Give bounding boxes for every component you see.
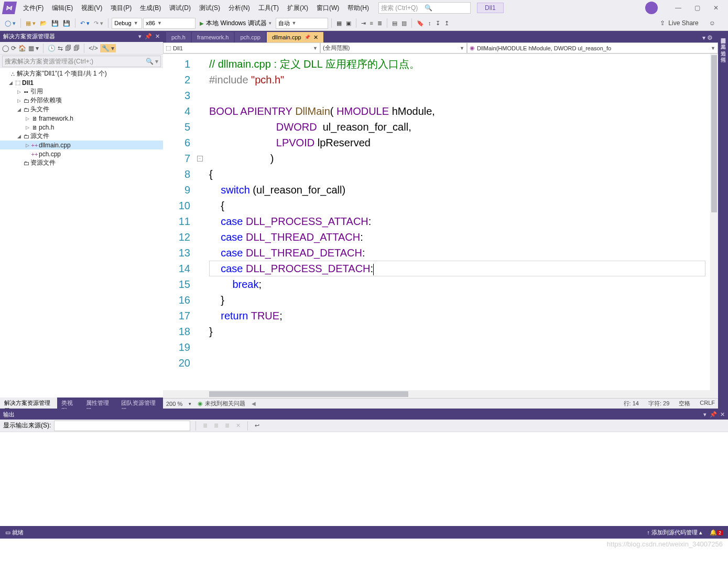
solution-search[interactable]: 搜索解决方案资源管理器(Ctrl+;) 🔍 ▾ [2,56,161,67]
close-button[interactable]: ✕ [707,2,725,14]
platform-select[interactable]: x86▼ [143,18,195,29]
tool-icon-2[interactable]: ▣ [344,19,353,28]
tree-headers[interactable]: ◢🗀头文件 [0,105,163,114]
tab-dllmain-cpp[interactable]: dllmain.cpp📌✕ [267,32,323,42]
code-icon[interactable]: </> [89,45,97,52]
menu-item[interactable]: 测试(S) [195,2,224,15]
tree-root[interactable]: ⛬解决方案"Dll1"(1 个项目/共 1 个) [0,69,163,78]
right-tab[interactable]: 服务器资源管理器 [719,31,728,37]
right-tab[interactable]: 工具箱 [719,37,728,44]
save-all-icon[interactable]: 💾 [61,19,72,28]
liveshare-label[interactable]: Live Share [668,19,698,27]
tool-icon-10[interactable]: ↧ [434,19,442,28]
menu-item[interactable]: 工具(T) [254,2,283,15]
maximize-button[interactable]: ▢ [688,2,706,14]
pin-icon[interactable]: 📌 [710,411,717,418]
tree-h2[interactable]: ▷🗎pch.h [0,123,163,132]
tool-icon-3[interactable]: ⇥ [360,19,367,28]
menu-item[interactable]: 窗口(W) [312,2,343,15]
sync-icon[interactable]: 🕓 [48,45,56,52]
notifications-button[interactable]: 🔔2 [710,529,723,536]
problems-indicator[interactable]: ◉未找到相关问题 [198,400,245,407]
redo-icon[interactable]: ↷ ▾ [92,19,105,28]
code-editor[interactable]: 1234567891011121314151617181920 − // dll… [163,54,718,390]
nav-scope-project[interactable]: ⬚Dll1▼ [163,42,320,53]
nav-back-icon[interactable]: ◯ ▾ [3,19,17,28]
home-icon[interactable]: ◯ [2,45,9,52]
panel-dropdown-icon[interactable]: ▾ [138,33,142,40]
fold-column[interactable]: − [194,54,205,390]
start-debug-button[interactable]: ▶本地 Windows 调试器▾ [197,18,274,29]
output-body[interactable] [0,432,728,526]
new-item-icon[interactable]: ▦ ▾ [24,19,37,28]
tree-sources[interactable]: ◢🗀源文件 [0,132,163,141]
zoom-level[interactable]: 200 % [166,401,182,407]
tree-h1[interactable]: ▷🗎framework.h [0,114,163,123]
tool-icon-1[interactable]: ▦ [335,19,343,28]
menu-item[interactable]: 调试(D) [165,2,195,15]
config-select[interactable]: Debug▼ [112,18,142,29]
save-icon[interactable]: 💾 [50,19,60,28]
collapse-icon[interactable]: ⇆ [58,45,63,52]
view-icon[interactable]: 🗐 [65,45,71,52]
menu-item[interactable]: 生成(B) [136,2,165,15]
out-tool-2-icon[interactable]: ≣ [212,421,220,430]
menu-item[interactable]: 文件(F) [19,2,48,15]
right-tab[interactable]: 通知 [719,44,728,50]
output-source-select[interactable] [54,421,190,431]
tool-icon-11[interactable]: ↥ [443,19,451,28]
solution-tree[interactable]: ⛬解决方案"Dll1"(1 个项目/共 1 个) ◢⬚Dll1 ▷▪▪引用 ▷🗀… [0,68,163,398]
showall-icon[interactable]: ▦ ▾ [28,45,39,52]
tree-resources[interactable]: 🗀资源文件 [0,158,163,167]
liveshare-icon[interactable]: ⇪ [660,19,665,27]
menu-item[interactable]: 视图(V) [77,2,106,15]
panel-close-icon[interactable]: ✕ [155,33,160,40]
out-tool-1-icon[interactable]: ≣ [201,421,209,430]
minimize-button[interactable]: — [669,2,687,14]
panel-tab[interactable]: 属性管理器 [82,398,117,409]
pin-icon[interactable]: 📌 [305,35,310,40]
source-control-button[interactable]: ↑ 添加到源代码管理 ▴ [647,529,702,536]
panel-tab[interactable]: 类视图 [57,398,82,409]
menu-item[interactable]: 编辑(E) [48,2,77,15]
tab-pch-cpp[interactable]: pch.cpp [235,32,266,42]
tab-framework-h[interactable]: framework.h [192,32,234,42]
tab-pch-h[interactable]: pch.h [166,32,191,42]
copy-icon[interactable]: 🗐 [73,45,80,52]
tool-icon-9[interactable]: ↕ [427,19,433,27]
open-icon[interactable]: 📂 [38,19,49,28]
tabs-gear-icon[interactable]: ▾ ⚙ [700,33,715,42]
panel-tab[interactable]: 解决方案资源管理器 [0,398,57,409]
panel-close-icon[interactable]: ✕ [720,411,725,418]
menu-item[interactable]: 项目(P) [106,2,136,15]
quick-search[interactable]: 搜索 (Ctrl+Q) 🔍 [378,2,471,14]
tool-icon-4[interactable]: ≡ [368,19,375,27]
tool-icon-7[interactable]: ▥ [400,19,408,28]
home2-icon[interactable]: 🏠 [18,45,26,52]
refresh-icon[interactable]: ⟳ [11,45,16,52]
menu-item[interactable]: 扩展(X) [283,2,312,15]
undo-icon[interactable]: ↶ ▾ [79,19,91,28]
auto-select[interactable]: 自动▼ [276,18,328,29]
tool-icon-5[interactable]: ≣ [376,19,384,28]
panel-tab[interactable]: 团队资源管理器 [117,398,163,409]
out-tool-3-icon[interactable]: ≣ [223,421,231,430]
feedback-icon[interactable]: ☺ [709,19,715,27]
tree-s1[interactable]: ▷++dllmain.cpp [0,141,163,149]
eol-indicator[interactable]: CRLF [700,400,715,407]
pin-icon[interactable]: 📌 [145,33,152,40]
project-badge[interactable]: Dll1 [477,3,504,13]
tree-external[interactable]: ▷🗀外部依赖项 [0,96,163,105]
out-wrap-icon[interactable]: ↩ [253,421,261,430]
tree-refs[interactable]: ▷▪▪引用 [0,87,163,96]
close-tab-icon[interactable]: ✕ [313,34,318,41]
nav-scope-function[interactable]: ◉DllMain(HMODULE hModule, DWORD ul_reaso… [467,42,718,53]
properties-icon[interactable]: 🔧 ▾ [100,44,116,52]
tool-icon-6[interactable]: ▤ [390,19,399,28]
menu-item[interactable]: 分析(N) [224,2,254,15]
user-avatar-icon[interactable] [645,2,658,14]
code-content[interactable]: // dllmain.cpp : 定义 DLL 应用程序的入口点。#includ… [205,54,718,390]
tree-project[interactable]: ◢⬚Dll1 [0,78,163,87]
bookmark-icon[interactable]: 🔖 [415,19,426,28]
nav-scope-global[interactable]: (全局范围)▼ [320,42,467,53]
